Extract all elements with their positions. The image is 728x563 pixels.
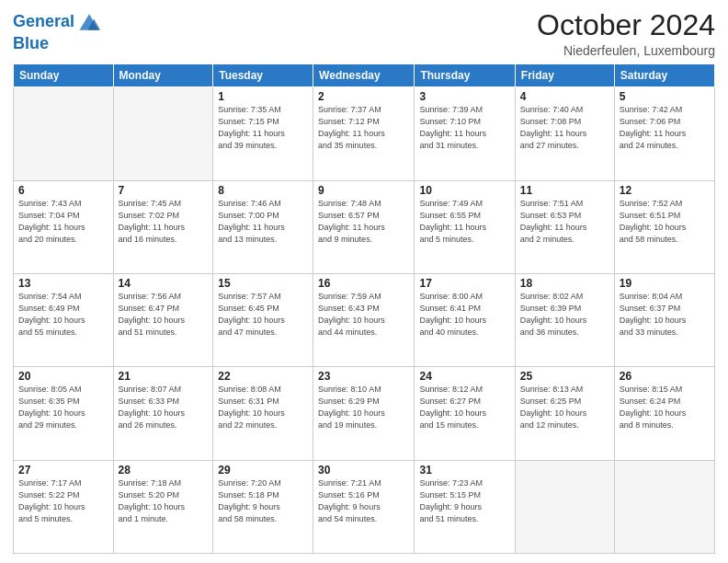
day-detail: Sunrise: 7:49 AM Sunset: 6:55 PM Dayligh… [419, 198, 509, 246]
weekday-header-monday: Monday [113, 64, 213, 87]
title-block: October 2024 Niederfeulen, Luxembourg [537, 9, 715, 58]
weekday-header-thursday: Thursday [415, 64, 515, 87]
calendar-day-17: 17Sunrise: 8:00 AM Sunset: 6:41 PM Dayli… [415, 273, 515, 366]
calendar-week-1: 1Sunrise: 7:35 AM Sunset: 7:15 PM Daylig… [14, 87, 715, 180]
day-number: 9 [318, 184, 409, 197]
day-detail: Sunrise: 8:00 AM Sunset: 6:41 PM Dayligh… [419, 291, 509, 339]
day-detail: Sunrise: 8:05 AM Sunset: 6:35 PM Dayligh… [18, 384, 108, 431]
calendar-day-21: 21Sunrise: 8:07 AM Sunset: 6:33 PM Dayli… [113, 367, 213, 460]
calendar-day-13: 13Sunrise: 7:54 AM Sunset: 6:49 PM Dayli… [14, 273, 114, 366]
calendar-day-3: 3Sunrise: 7:39 AM Sunset: 7:10 PM Daylig… [415, 87, 515, 180]
calendar-day-7: 7Sunrise: 7:45 AM Sunset: 7:02 PM Daylig… [113, 180, 213, 273]
calendar-day-25: 25Sunrise: 8:13 AM Sunset: 6:25 PM Dayli… [515, 367, 614, 460]
day-number: 7 [119, 184, 209, 197]
day-detail: Sunrise: 7:35 AM Sunset: 7:15 PM Dayligh… [218, 104, 308, 152]
calendar-day-26: 26Sunrise: 8:15 AM Sunset: 6:24 PM Dayli… [614, 367, 714, 460]
weekday-header-wednesday: Wednesday [313, 64, 415, 87]
day-number: 20 [18, 370, 108, 383]
location: Niederfeulen, Luxembourg [537, 43, 715, 58]
day-number: 27 [18, 464, 108, 477]
day-number: 24 [419, 370, 509, 383]
day-detail: Sunrise: 7:37 AM Sunset: 7:12 PM Dayligh… [318, 104, 409, 152]
day-number: 18 [520, 277, 609, 290]
day-detail: Sunrise: 8:08 AM Sunset: 6:31 PM Dayligh… [218, 384, 308, 431]
day-detail: Sunrise: 7:39 AM Sunset: 7:10 PM Dayligh… [419, 104, 509, 152]
calendar-week-2: 6Sunrise: 7:43 AM Sunset: 7:04 PM Daylig… [14, 180, 715, 273]
day-number: 26 [620, 370, 710, 383]
day-detail: Sunrise: 7:23 AM Sunset: 5:15 PM Dayligh… [419, 477, 509, 525]
day-number: 19 [620, 277, 710, 290]
day-detail: Sunrise: 7:52 AM Sunset: 6:51 PM Dayligh… [620, 198, 710, 246]
calendar-week-3: 13Sunrise: 7:54 AM Sunset: 6:49 PM Dayli… [14, 273, 715, 366]
weekday-header-sunday: Sunday [14, 64, 114, 87]
calendar-day-6: 6Sunrise: 7:43 AM Sunset: 7:04 PM Daylig… [14, 180, 114, 273]
logo-icon [76, 9, 102, 35]
day-detail: Sunrise: 7:42 AM Sunset: 7:06 PM Dayligh… [620, 104, 710, 152]
day-number: 3 [419, 90, 509, 103]
calendar-week-5: 27Sunrise: 7:17 AM Sunset: 5:22 PM Dayli… [14, 460, 715, 553]
day-detail: Sunrise: 8:04 AM Sunset: 6:37 PM Dayligh… [620, 291, 710, 339]
calendar-day-23: 23Sunrise: 8:10 AM Sunset: 6:29 PM Dayli… [313, 367, 415, 460]
calendar-empty [113, 87, 213, 180]
calendar-day-12: 12Sunrise: 7:52 AM Sunset: 6:51 PM Dayli… [614, 180, 714, 273]
day-number: 11 [520, 184, 609, 197]
calendar-table: SundayMondayTuesdayWednesdayThursdayFrid… [13, 63, 715, 554]
day-number: 22 [218, 370, 308, 383]
day-detail: Sunrise: 7:56 AM Sunset: 6:47 PM Dayligh… [119, 291, 209, 339]
day-number: 23 [318, 370, 409, 383]
calendar-day-5: 5Sunrise: 7:42 AM Sunset: 7:06 PM Daylig… [614, 87, 714, 180]
calendar-day-10: 10Sunrise: 7:49 AM Sunset: 6:55 PM Dayli… [415, 180, 515, 273]
day-number: 1 [218, 90, 308, 103]
day-number: 10 [419, 184, 509, 197]
day-detail: Sunrise: 7:17 AM Sunset: 5:22 PM Dayligh… [18, 477, 108, 525]
calendar-day-15: 15Sunrise: 7:57 AM Sunset: 6:45 PM Dayli… [213, 273, 313, 366]
day-detail: Sunrise: 7:51 AM Sunset: 6:53 PM Dayligh… [520, 198, 609, 246]
calendar-day-8: 8Sunrise: 7:46 AM Sunset: 7:00 PM Daylig… [213, 180, 313, 273]
weekday-header-tuesday: Tuesday [213, 64, 313, 87]
weekday-header-saturday: Saturday [614, 64, 714, 87]
calendar-day-2: 2Sunrise: 7:37 AM Sunset: 7:12 PM Daylig… [313, 87, 415, 180]
day-number: 30 [318, 464, 409, 477]
calendar-week-4: 20Sunrise: 8:05 AM Sunset: 6:35 PM Dayli… [14, 367, 715, 460]
calendar-empty [515, 460, 614, 553]
day-detail: Sunrise: 7:46 AM Sunset: 7:00 PM Dayligh… [218, 198, 308, 246]
header: General Blue October 2024 Niederfeulen, … [13, 9, 715, 58]
calendar-day-27: 27Sunrise: 7:17 AM Sunset: 5:22 PM Dayli… [14, 460, 114, 553]
day-number: 12 [620, 184, 710, 197]
logo-blue: Blue [13, 35, 49, 53]
day-number: 6 [18, 184, 108, 197]
calendar-day-11: 11Sunrise: 7:51 AM Sunset: 6:53 PM Dayli… [515, 180, 614, 273]
day-detail: Sunrise: 7:57 AM Sunset: 6:45 PM Dayligh… [218, 291, 308, 339]
calendar-day-28: 28Sunrise: 7:18 AM Sunset: 5:20 PM Dayli… [113, 460, 213, 553]
logo-general: General [13, 12, 74, 30]
weekday-header-friday: Friday [515, 64, 614, 87]
day-number: 5 [620, 90, 710, 103]
logo: General Blue [13, 9, 102, 53]
calendar-day-18: 18Sunrise: 8:02 AM Sunset: 6:39 PM Dayli… [515, 273, 614, 366]
calendar-day-29: 29Sunrise: 7:20 AM Sunset: 5:18 PM Dayli… [213, 460, 313, 553]
day-number: 4 [520, 90, 609, 103]
day-detail: Sunrise: 7:21 AM Sunset: 5:16 PM Dayligh… [318, 477, 409, 525]
calendar-empty [14, 87, 114, 180]
day-detail: Sunrise: 7:20 AM Sunset: 5:18 PM Dayligh… [218, 477, 308, 525]
day-detail: Sunrise: 7:40 AM Sunset: 7:08 PM Dayligh… [520, 104, 609, 152]
calendar-body: 1Sunrise: 7:35 AM Sunset: 7:15 PM Daylig… [14, 87, 715, 554]
calendar-day-14: 14Sunrise: 7:56 AM Sunset: 6:47 PM Dayli… [113, 273, 213, 366]
day-number: 28 [119, 464, 209, 477]
calendar-header: SundayMondayTuesdayWednesdayThursdayFrid… [14, 64, 715, 87]
calendar-day-19: 19Sunrise: 8:04 AM Sunset: 6:37 PM Dayli… [614, 273, 714, 366]
calendar-empty [614, 460, 714, 553]
day-number: 15 [218, 277, 308, 290]
calendar-day-24: 24Sunrise: 8:12 AM Sunset: 6:27 PM Dayli… [415, 367, 515, 460]
calendar-day-30: 30Sunrise: 7:21 AM Sunset: 5:16 PM Dayli… [313, 460, 415, 553]
day-number: 2 [318, 90, 409, 103]
day-number: 21 [119, 370, 209, 383]
month-title: October 2024 [537, 9, 715, 41]
day-number: 13 [18, 277, 108, 290]
calendar-day-31: 31Sunrise: 7:23 AM Sunset: 5:15 PM Dayli… [415, 460, 515, 553]
calendar-day-9: 9Sunrise: 7:48 AM Sunset: 6:57 PM Daylig… [313, 180, 415, 273]
day-number: 17 [419, 277, 509, 290]
day-detail: Sunrise: 7:48 AM Sunset: 6:57 PM Dayligh… [318, 198, 409, 246]
day-detail: Sunrise: 7:18 AM Sunset: 5:20 PM Dayligh… [119, 477, 209, 525]
day-detail: Sunrise: 7:59 AM Sunset: 6:43 PM Dayligh… [318, 291, 409, 339]
